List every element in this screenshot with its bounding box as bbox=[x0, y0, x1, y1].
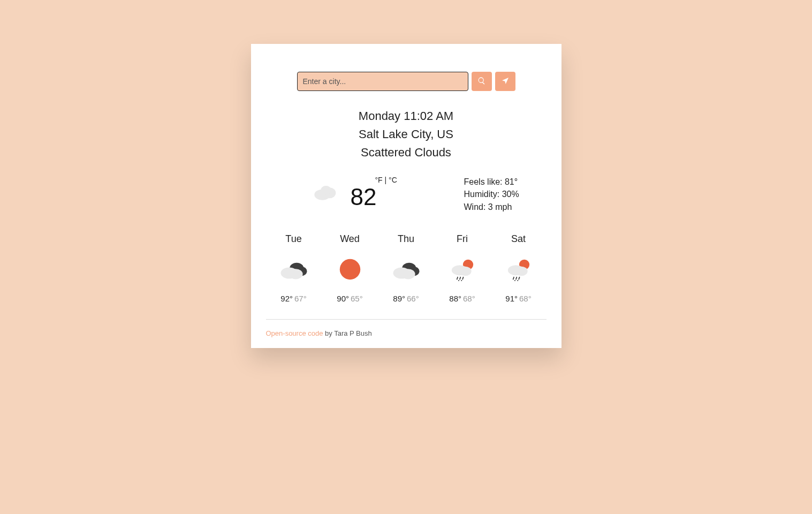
search-row bbox=[266, 72, 547, 91]
forecast-day-hi: 89° bbox=[393, 294, 405, 303]
forecast-day-name: Fri bbox=[438, 233, 487, 245]
header-block: Monday 11:02 AM Salt Lake City, US Scatt… bbox=[266, 107, 547, 162]
fahrenheit-link[interactable]: °F bbox=[375, 176, 383, 184]
svg-point-27 bbox=[517, 280, 518, 281]
footer: Open-source code by Tara P Bush bbox=[266, 329, 547, 337]
humidity-row: Humidity: 30% bbox=[464, 188, 534, 200]
svg-point-18 bbox=[458, 280, 459, 281]
footer-by: by Tara P Bush bbox=[323, 329, 371, 337]
svg-line-25 bbox=[519, 277, 520, 279]
unit-toggle: °F | °C bbox=[375, 176, 397, 184]
svg-line-23 bbox=[513, 277, 514, 279]
svg-line-16 bbox=[459, 277, 460, 279]
forecast-day-temps: 89°66° bbox=[382, 294, 431, 303]
svg-line-24 bbox=[515, 277, 517, 279]
forecast-day: Sat91°68° bbox=[494, 233, 543, 303]
forecast-day-name: Sat bbox=[494, 233, 543, 245]
svg-point-11 bbox=[401, 269, 415, 279]
condition-text: Scattered Clouds bbox=[266, 143, 547, 162]
search-button[interactable] bbox=[472, 72, 492, 91]
forecast-rain-sun-icon bbox=[438, 254, 487, 284]
forecast-day-lo: 65° bbox=[351, 294, 363, 303]
current-row: °F | °C 82 Feels like: 81° Humidity: 30%… bbox=[266, 176, 547, 213]
cloud-icon bbox=[311, 180, 341, 204]
forecast-sunny-icon bbox=[325, 254, 375, 284]
divider bbox=[266, 319, 547, 320]
forecast-cloudy-icon bbox=[382, 254, 431, 284]
forecast-day-name: Thu bbox=[382, 233, 431, 245]
forecast-day-temps: 92°67° bbox=[269, 294, 318, 303]
forecast-day: Fri88°68° bbox=[438, 233, 487, 303]
forecast-rain-sun-icon bbox=[494, 254, 543, 284]
forecast-day-hi: 90° bbox=[337, 294, 349, 303]
forecast-day: Thu89°66° bbox=[382, 233, 431, 303]
unit-separator: | bbox=[383, 176, 389, 184]
city-search-input[interactable] bbox=[297, 72, 468, 91]
forecast-day-lo: 68° bbox=[519, 294, 532, 303]
current-details: Feels like: 81° Humidity: 30% Wind: 3 mp… bbox=[464, 176, 534, 213]
forecast-day-hi: 92° bbox=[280, 294, 293, 303]
current-temperature: 82 bbox=[351, 185, 377, 209]
forecast-day: Wed90°65° bbox=[325, 233, 375, 303]
forecast-day-temps: 88°68° bbox=[438, 294, 487, 303]
svg-point-2 bbox=[321, 186, 331, 195]
current-left: °F | °C 82 bbox=[311, 176, 397, 209]
temp-block: °F | °C 82 bbox=[351, 176, 397, 209]
forecast-day-lo: 66° bbox=[407, 294, 419, 303]
forecast-day-name: Tue bbox=[269, 233, 318, 245]
wind-row: Wind: 3 mph bbox=[464, 201, 534, 213]
svg-line-17 bbox=[462, 277, 464, 279]
forecast-day-hi: 91° bbox=[505, 294, 518, 303]
forecast-day-lo: 68° bbox=[463, 294, 475, 303]
forecast-day-lo: 67° bbox=[294, 294, 307, 303]
svg-point-26 bbox=[514, 280, 515, 281]
svg-point-6 bbox=[289, 269, 302, 279]
celsius-link[interactable]: °C bbox=[389, 176, 397, 184]
svg-point-22 bbox=[515, 267, 527, 276]
forecast-row: Tue92°67°Wed90°65°Thu89°66°Fri88°68°Sat9… bbox=[266, 233, 547, 303]
forecast-day-name: Wed bbox=[325, 233, 375, 245]
forecast-day-temps: 90°65° bbox=[325, 294, 375, 303]
feels-like-row: Feels like: 81° bbox=[464, 176, 534, 188]
forecast-day-hi: 88° bbox=[449, 294, 461, 303]
location-text: Salt Lake City, US bbox=[266, 125, 547, 143]
open-source-link[interactable]: Open-source code bbox=[266, 329, 323, 337]
search-icon bbox=[477, 77, 486, 87]
weather-card: Monday 11:02 AM Salt Lake City, US Scatt… bbox=[251, 44, 561, 348]
svg-point-19 bbox=[461, 280, 462, 281]
forecast-cloudy-icon bbox=[269, 254, 318, 284]
forecast-day-temps: 91°68° bbox=[494, 294, 543, 303]
svg-point-7 bbox=[339, 259, 360, 280]
svg-line-15 bbox=[457, 277, 458, 279]
svg-point-14 bbox=[459, 267, 471, 276]
geolocate-button[interactable] bbox=[495, 72, 515, 91]
datetime-text: Monday 11:02 AM bbox=[266, 107, 547, 125]
location-arrow-icon bbox=[501, 77, 510, 87]
forecast-day: Tue92°67° bbox=[269, 233, 318, 303]
